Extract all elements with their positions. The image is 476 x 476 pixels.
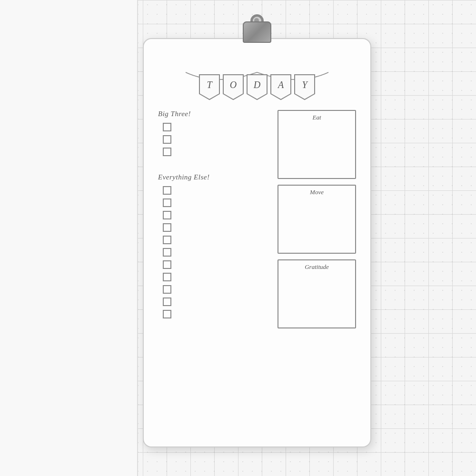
flag-D: D: [246, 74, 268, 100]
svg-text:O: O: [230, 79, 237, 90]
flags-row: T O D A: [198, 74, 316, 100]
everything-else-checkboxes: [163, 186, 268, 318]
clipboard-clip: [240, 14, 274, 43]
clip-body: [243, 21, 271, 43]
big-three-checkbox-3[interactable]: [163, 148, 171, 156]
left-page: [0, 0, 138, 476]
banner-area: T O D A: [158, 68, 356, 100]
flag-T: T: [198, 74, 220, 100]
svg-text:Y: Y: [302, 79, 308, 90]
move-label: Move: [282, 188, 351, 196]
everything-else-checkbox-7[interactable]: [163, 260, 171, 269]
move-box: Move: [278, 185, 356, 254]
everything-else-checkbox-4[interactable]: [163, 223, 171, 232]
flag-O: O: [222, 74, 244, 100]
left-column: Big Three! Everything Else!: [158, 110, 268, 328]
everything-else-checkbox-1[interactable]: [163, 186, 171, 195]
everything-else-checkbox-9[interactable]: [163, 285, 171, 294]
flag-A: A: [270, 74, 292, 100]
gratitude-box: Gratitude: [278, 259, 356, 328]
svg-text:D: D: [253, 79, 261, 90]
flag-Y: Y: [294, 74, 316, 100]
big-three-checkbox-2[interactable]: [163, 135, 171, 144]
everything-else-checkbox-10[interactable]: [163, 298, 171, 306]
everything-else-section: Everything Else!: [158, 173, 268, 328]
everything-else-checkbox-5[interactable]: [163, 236, 171, 244]
everything-else-checkbox-8[interactable]: [163, 273, 171, 281]
everything-else-checkbox-11[interactable]: [163, 310, 171, 318]
svg-text:T: T: [207, 79, 213, 90]
big-three-label: Big Three!: [158, 110, 268, 118]
big-three-checkboxes: [163, 123, 268, 156]
big-three-section: Big Three!: [158, 110, 268, 166]
eat-label: Eat: [282, 114, 351, 121]
everything-else-checkbox-2[interactable]: [163, 198, 171, 207]
right-column: Eat Move Gratitude: [278, 110, 356, 328]
eat-box: Eat: [278, 110, 356, 179]
clipboard-wrapper: T O D A: [143, 29, 371, 447]
everything-else-checkbox-6[interactable]: [163, 248, 171, 257]
big-three-checkbox-1[interactable]: [163, 123, 171, 131]
everything-else-label: Everything Else!: [158, 173, 268, 181]
clipboard-board: T O D A: [143, 38, 371, 447]
gratitude-label: Gratitude: [282, 263, 351, 271]
content-area: Big Three! Everything Else!: [158, 110, 356, 328]
everything-else-checkbox-3[interactable]: [163, 211, 171, 219]
svg-text:A: A: [277, 79, 284, 90]
